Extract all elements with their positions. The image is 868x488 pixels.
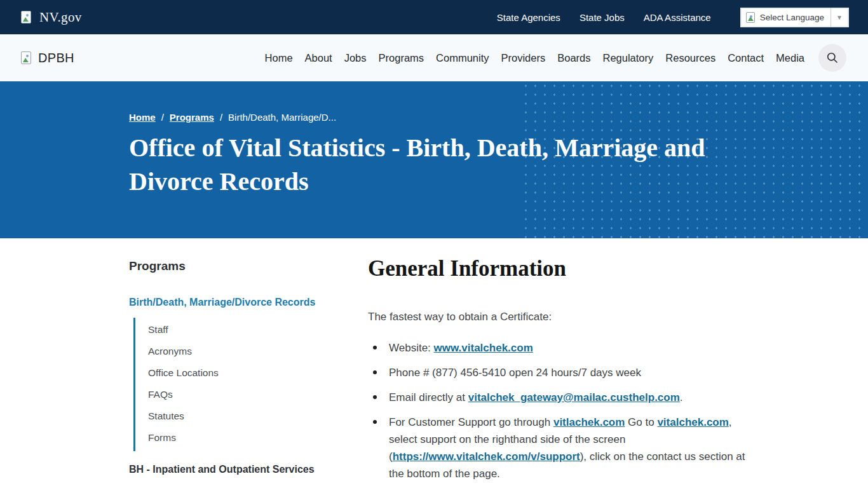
nav-item-regulatory[interactable]: Regulatory — [603, 52, 654, 64]
sidebar-subitem-forms[interactable]: Forms — [148, 427, 340, 449]
breadcrumb-separator: / — [161, 112, 164, 123]
section-heading: General Information — [368, 256, 762, 281]
vitalchek-support-url-link[interactable]: https://www.vitalchek.com/v/support — [393, 451, 580, 463]
sidebar-subitem-statutes[interactable]: Statutes — [148, 405, 340, 427]
nav-item-resources[interactable]: Resources — [665, 52, 715, 64]
nav-item-programs[interactable]: Programs — [379, 52, 424, 64]
broken-image-icon — [21, 11, 31, 24]
list-item-email: Email directly at vitalchek_gateway@mail… — [368, 389, 762, 406]
programs-sidebar: Programs Birth/Death, Marriage/Divorce R… — [129, 238, 340, 488]
sidebar-subitem-acronyms[interactable]: Acronyms — [148, 341, 340, 362]
list-item-text: Website: — [389, 342, 434, 354]
sidebar-subnav: Staff Acronyms Office Locations FAQs Sta… — [133, 318, 340, 451]
page-title: Office of Vital Statistics - Birth, Deat… — [129, 132, 764, 199]
state-agencies-link[interactable]: State Agencies — [497, 12, 560, 23]
list-item-text: Phone # (877) 456-5410 open 24 hours/7 d… — [389, 367, 641, 379]
list-item-text: Email directly at — [389, 391, 468, 403]
utility-bar: NV.gov State Agencies State Jobs ADA Ass… — [0, 0, 868, 34]
sidebar-item-bh-services[interactable]: BH - Inpatient and Outpatient Services — [129, 464, 340, 475]
dpbh-logo[interactable]: DPBH — [21, 51, 74, 65]
breadcrumb-home-link[interactable]: Home — [129, 112, 156, 123]
sidebar-item-birth-death-records[interactable]: Birth/Death, Marriage/Divorce Records — [129, 297, 340, 308]
vitalchek-website-link[interactable]: www.vitalchek.com — [434, 342, 533, 354]
nav-item-boards[interactable]: Boards — [557, 52, 590, 64]
sidebar-heading: Programs — [129, 259, 340, 273]
sidebar-subitem-faqs[interactable]: FAQs — [148, 384, 340, 405]
nav-menu: Home About Jobs Programs Community Provi… — [265, 52, 804, 64]
breadcrumb-separator: / — [220, 112, 222, 123]
language-selector-label: Select Language — [755, 13, 831, 22]
vitalchek-link[interactable]: vitalchek.com — [657, 416, 728, 428]
nav-item-providers[interactable]: Providers — [501, 52, 546, 64]
dpbh-logo-text: DPBH — [38, 51, 74, 65]
list-item-support: For Customer Support go through vitlache… — [368, 414, 762, 482]
broken-image-icon — [21, 51, 31, 64]
search-button[interactable] — [818, 44, 846, 72]
nav-item-jobs[interactable]: Jobs — [344, 52, 367, 64]
nav-item-contact[interactable]: Contact — [728, 52, 764, 64]
list-item-website: Website: www.vitalchek.com — [368, 339, 762, 356]
vitlachek-link[interactable]: vitlachek.com — [553, 416, 625, 428]
translate-icon — [746, 12, 755, 23]
nvgov-logo[interactable]: NV.gov — [21, 10, 82, 25]
list-item-text: Go to — [625, 416, 657, 428]
sidebar-subitem-office-locations[interactable]: Office Locations — [148, 362, 340, 384]
list-item-phone: Phone # (877) 456-5410 open 24 hours/7 d… — [368, 364, 762, 381]
nav-item-about[interactable]: About — [305, 52, 332, 64]
ada-assistance-link[interactable]: ADA Assistance — [644, 12, 711, 23]
nav-item-media[interactable]: Media — [776, 52, 804, 64]
state-jobs-link[interactable]: State Jobs — [580, 12, 625, 23]
list-item-text: . — [680, 391, 683, 403]
sidebar-subitem-staff[interactable]: Staff — [148, 319, 340, 341]
list-item-text: For Customer Support go through — [389, 416, 553, 428]
language-selector[interactable]: Select Language ▼ — [740, 8, 849, 27]
main-navigation: DPBH Home About Jobs Programs Community … — [0, 34, 868, 81]
nvgov-logo-text: NV.gov — [39, 10, 82, 25]
vitalchek-email-link[interactable]: vitalchek_gateway@mailac.custhelp.com — [468, 391, 680, 403]
breadcrumb-current: Birth/Death, Marriage/D... — [228, 112, 336, 123]
nav-item-home[interactable]: Home — [265, 52, 293, 64]
breadcrumb: Home / Programs / Birth/Death, Marriage/… — [129, 112, 868, 123]
intro-text: The fastest way to obtain a Certificate: — [368, 311, 762, 323]
search-icon — [826, 51, 839, 64]
content-area: Programs Birth/Death, Marriage/Divorce R… — [0, 238, 868, 488]
main-content: General Information The fastest way to o… — [368, 238, 762, 488]
utility-links: State Agencies State Jobs ADA Assistance… — [497, 8, 849, 27]
hero-banner: Home / Programs / Birth/Death, Marriage/… — [0, 81, 868, 238]
breadcrumb-programs-link[interactable]: Programs — [170, 112, 214, 123]
nav-item-community[interactable]: Community — [436, 52, 489, 64]
info-list: Website: www.vitalchek.com Phone # (877)… — [368, 339, 762, 482]
chevron-down-icon[interactable]: ▼ — [831, 14, 848, 21]
